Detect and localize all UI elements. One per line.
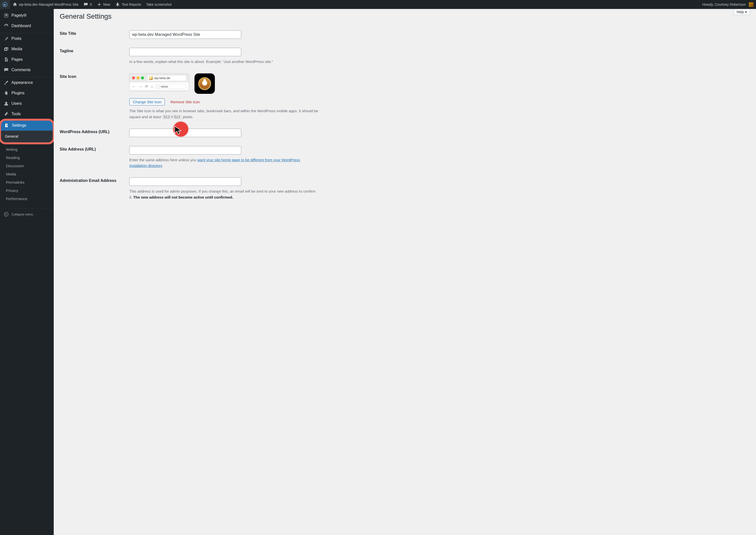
menu-pagely[interactable]: Pagely®	[0, 10, 54, 21]
site-title-input[interactable]	[129, 30, 241, 39]
users-icon	[4, 101, 9, 106]
site-url-help-dot: .	[162, 163, 163, 168]
pages-icon	[4, 57, 9, 62]
menu-label: Media	[12, 47, 22, 51]
menu-users[interactable]: Users	[0, 98, 54, 109]
tagline-help: In a few words, explain what this site i…	[129, 59, 318, 65]
change-site-icon-button[interactable]: Change Site Icon	[129, 98, 165, 105]
submenu-permalinks[interactable]: Permalinks	[0, 178, 54, 186]
site-icon-help: The Site Icon is what you see in browser…	[129, 108, 318, 120]
menu-label: Appearance	[12, 80, 33, 85]
menu-media[interactable]: Media	[0, 44, 54, 54]
adminbar-howdy-text: Howdy, Courtney Robertson	[702, 3, 746, 7]
favicon-preview-icon	[149, 76, 153, 80]
tagline-label: Tagline	[60, 43, 129, 69]
menu-label: Tools	[12, 112, 21, 116]
submenu-media[interactable]: Media	[0, 170, 54, 178]
menu-posts[interactable]: Posts	[0, 33, 54, 44]
wp-url-label: WordPress Address (URL)	[60, 124, 129, 142]
adminbar-test-reports-label: Test Reports	[122, 3, 141, 7]
pagely-icon	[4, 13, 9, 18]
menu-dashboard[interactable]: Dashboard	[0, 21, 54, 31]
submenu-label: Writing	[6, 147, 17, 152]
submenu-discussion[interactable]: Discussion	[0, 162, 54, 170]
menu-tools[interactable]: Tools	[0, 109, 54, 119]
svg-point-5	[5, 102, 7, 104]
adminbar-wp-logo[interactable]	[0, 0, 10, 9]
cursor-icon	[174, 126, 182, 135]
admin-email-help: This address is used for admin purposes.…	[129, 188, 318, 200]
browser-url-text: www.	[161, 85, 169, 88]
menu-label: Settings	[12, 123, 26, 127]
submenu-label: Privacy	[6, 188, 18, 193]
traffic-light-green-icon	[141, 76, 144, 79]
home-icon	[13, 2, 17, 7]
comments-icon	[4, 67, 9, 73]
adminbar-test-reports[interactable]: Test Reports	[113, 0, 144, 9]
site-icon-label: Site Icon	[60, 69, 129, 124]
traffic-light-red-icon	[132, 76, 135, 79]
admin-email-input[interactable]	[129, 178, 241, 186]
adminbar-take-screenshot[interactable]: Take screenshot	[144, 0, 174, 9]
bug-icon	[115, 2, 120, 7]
media-icon	[4, 46, 9, 52]
submenu-privacy[interactable]: Privacy	[0, 186, 54, 195]
refresh-icon: ⟳	[145, 84, 148, 89]
browser-tab: wp-beta.de	[148, 75, 186, 81]
settings-icon	[4, 123, 10, 128]
menu-label: Plugins	[12, 91, 24, 95]
general-settings-form: Site Title Tagline In a few words, expla…	[60, 26, 750, 205]
site-url-help-text: Enter the same address here unless you	[129, 158, 198, 162]
site-url-input[interactable]	[129, 146, 241, 155]
collapse-menu-button[interactable]: Collapse menu	[0, 208, 54, 220]
adminbar-comments-count: 0	[90, 3, 92, 7]
submenu-general[interactable]: General	[1, 132, 53, 140]
menu-comments[interactable]: Comments	[0, 65, 54, 75]
tagline-input[interactable]	[129, 48, 241, 56]
site-icon-preview-row: wp-beta.de ← → ⟳ ⌂ www.	[129, 73, 747, 94]
adminbar-site-name-text: wp-beta.dev Managed WordPress Site	[19, 3, 78, 7]
adminbar-comments[interactable]: 0	[81, 0, 94, 9]
site-icon-help-text2: pixels.	[183, 115, 194, 119]
collapse-label: Collapse menu	[12, 212, 33, 216]
site-url-label: Site Address (URL)	[60, 142, 129, 173]
menu-plugins[interactable]: Plugins	[0, 88, 54, 98]
menu-label: Users	[12, 101, 22, 106]
traffic-light-yellow-icon	[137, 76, 140, 79]
back-arrow-icon: ←	[132, 84, 136, 89]
admin-email-help-strong: The new address will not become active u…	[133, 195, 233, 199]
admin-sidebar: Pagely® Dashboard Posts Media Pages	[0, 9, 54, 535]
collapse-icon	[4, 211, 9, 217]
wordpress-logo-icon	[3, 2, 8, 7]
adminbar-screenshot-label: Take screenshot	[146, 3, 172, 7]
submenu-performance[interactable]: Performance	[0, 195, 54, 203]
svg-point-4	[5, 48, 7, 50]
submenu-writing[interactable]: Writing	[0, 145, 54, 154]
admin-email-label: Administration Email Address	[60, 173, 129, 205]
browser-url-bar: www.	[156, 84, 186, 89]
browser-mock: wp-beta.de ← → ⟳ ⌂ www.	[129, 73, 189, 91]
adminbar-account[interactable]: Howdy, Courtney Robertson	[700, 0, 756, 9]
help-tab[interactable]: Help ▾	[733, 9, 750, 15]
pin-icon	[4, 36, 9, 41]
site-url-help: Enter the same address here unless you w…	[129, 157, 318, 169]
submenu-label: Discussion	[6, 164, 24, 168]
submenu-reading[interactable]: Reading	[0, 154, 54, 162]
remove-site-icon-link[interactable]: Remove Site Icon	[171, 100, 200, 104]
site-title-label: Site Title	[60, 26, 129, 43]
submenu-label: Permalinks	[6, 180, 24, 184]
file-icon	[157, 85, 160, 88]
submenu-label: Performance	[6, 197, 27, 201]
submenu-label: Media	[6, 172, 16, 176]
menu-label: Pagely®	[12, 13, 27, 18]
menu-pages[interactable]: Pages	[0, 54, 54, 65]
menu-label: Pages	[12, 57, 23, 62]
adminbar-site-name[interactable]: wp-beta.dev Managed WordPress Site	[10, 0, 81, 9]
admin-menu: Pagely® Dashboard Posts Media Pages	[0, 9, 54, 205]
menu-appearance[interactable]: Appearance	[0, 77, 54, 88]
adminbar-new[interactable]: New	[94, 0, 113, 9]
svg-point-1	[117, 4, 119, 6]
menu-settings[interactable]: Settings	[1, 120, 53, 131]
avatar	[749, 2, 753, 7]
site-icon-help-text1: The Site Icon is what you see in browser…	[129, 109, 318, 119]
